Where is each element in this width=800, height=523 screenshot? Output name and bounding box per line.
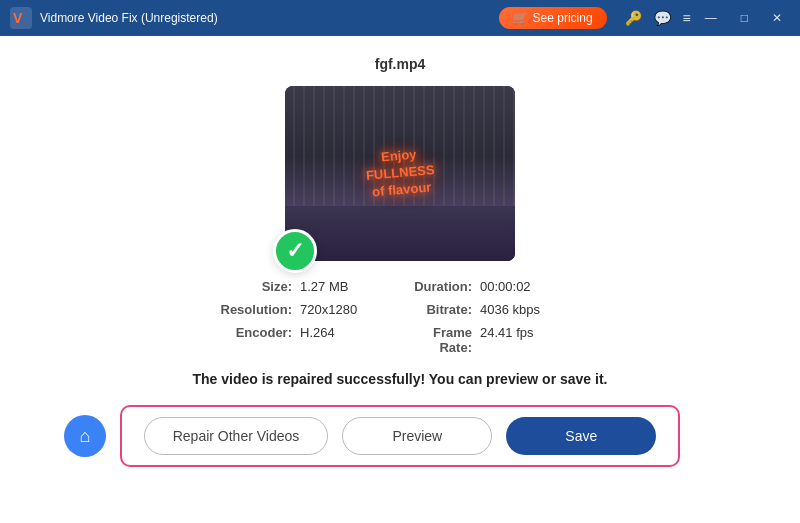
save-button[interactable]: Save: [506, 417, 656, 455]
window-controls: — □ ✕: [697, 9, 790, 27]
maximize-button[interactable]: □: [733, 9, 756, 27]
video-thumbnail-wrapper: Enjoy FULLNESS of flavour ✓: [285, 86, 515, 261]
encoder-value: H.264: [300, 325, 400, 355]
frame-rate-label: Frame Rate:: [400, 325, 480, 355]
resolution-label: Resolution:: [220, 302, 300, 317]
bitrate-label: Bitrate:: [400, 302, 480, 317]
home-button[interactable]: ⌂: [64, 415, 106, 457]
key-icon: 🔑: [625, 10, 642, 26]
menu-icon-button[interactable]: ≡: [677, 8, 697, 28]
bitrate-value: 4036 kbps: [480, 302, 580, 317]
cart-icon: 🛒: [513, 11, 528, 25]
size-label: Size:: [220, 279, 300, 294]
title-bar: V Vidmore Video Fix (Unregistered) 🛒 See…: [0, 0, 800, 36]
file-name: fgf.mp4: [375, 56, 426, 72]
frame-rate-value: 24.41 fps: [480, 325, 580, 355]
home-icon: ⌂: [80, 426, 91, 447]
key-icon-button[interactable]: 🔑: [619, 8, 648, 28]
action-buttons: Repair Other Videos Preview Save: [140, 417, 660, 455]
sofa-area-decoration: [285, 206, 515, 261]
see-pricing-button[interactable]: 🛒 See pricing: [499, 7, 607, 29]
svg-text:V: V: [13, 10, 23, 26]
preview-button[interactable]: Preview: [342, 417, 492, 455]
chat-icon-button[interactable]: 💬: [648, 8, 677, 28]
action-area: ⌂ Repair Other Videos Preview Save: [120, 405, 680, 467]
neon-text: Enjoy FULLNESS of flavour: [364, 145, 437, 201]
encoder-label: Encoder:: [220, 325, 300, 355]
resolution-value: 720x1280: [300, 302, 400, 317]
main-content: fgf.mp4 Enjoy FULLNESS of flavour ✓ Size…: [0, 36, 800, 523]
app-title: Vidmore Video Fix (Unregistered): [40, 11, 499, 25]
minimize-button[interactable]: —: [697, 9, 725, 27]
repair-other-videos-button[interactable]: Repair Other Videos: [144, 417, 329, 455]
video-thumbnail: Enjoy FULLNESS of flavour: [285, 86, 515, 261]
duration-value: 00:00:02: [480, 279, 580, 294]
chat-icon: 💬: [654, 10, 671, 26]
menu-icon: ≡: [683, 10, 691, 26]
size-value: 1.27 MB: [300, 279, 400, 294]
app-logo: V: [10, 7, 32, 29]
close-button[interactable]: ✕: [764, 9, 790, 27]
action-row: Repair Other Videos Preview Save: [120, 405, 680, 467]
duration-label: Duration:: [400, 279, 480, 294]
success-message: The video is repaired successfully! You …: [193, 371, 608, 387]
info-table: Size: 1.27 MB Duration: 00:00:02 Resolut…: [220, 279, 580, 355]
check-badge: ✓: [273, 229, 317, 273]
video-inner: Enjoy FULLNESS of flavour: [285, 86, 515, 261]
